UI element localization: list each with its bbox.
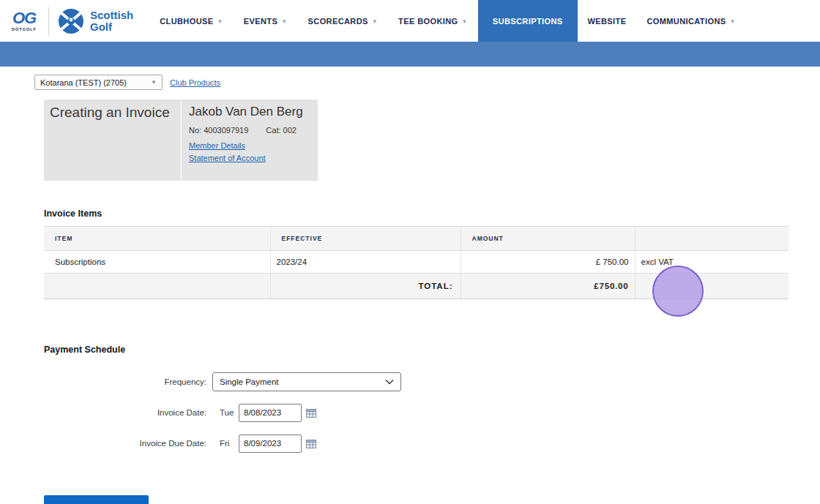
total-blank-cell [635, 274, 789, 299]
top-navigation-bar: OG DOTGOLF Scottish Golf CLUBHOUSE ▼ EVE… [0, 0, 820, 42]
invoice-date-row: Invoice Date: Tue [44, 403, 820, 422]
invoice-date-label: Invoice Date: [44, 408, 206, 417]
dotgolf-logo-mark: OG [9, 10, 40, 26]
dotgolf-logo: OG DOTGOLF [9, 10, 40, 32]
invoice-due-date-row: Invoice Due Date: Fri [44, 434, 820, 453]
member-details-link[interactable]: Member Details [189, 140, 245, 152]
calendar-icon[interactable] [306, 408, 316, 418]
table-row: Subscriptions 2023/24 £ 750.00 excl VAT [44, 251, 789, 274]
invoice-due-date-input[interactable] [239, 435, 302, 453]
invoice-items-heading: Invoice Items [44, 208, 820, 219]
member-category: Cat: 002 [266, 126, 297, 135]
blue-sub-header-band [0, 42, 820, 67]
brand-divider [48, 7, 49, 35]
member-meta: No: 4003097919 Cat: 002 [189, 126, 310, 135]
scottish-golf-roundel-icon [58, 8, 84, 34]
page-title-box: Creating an Invoice [44, 99, 181, 181]
member-name: Jakob Van Den Berg [189, 105, 310, 119]
total-spacer-cell [44, 274, 270, 299]
chevron-down-icon: ▼ [462, 18, 468, 25]
nav-item-scorecards[interactable]: SCORECARDS ▼ [298, 0, 389, 42]
main-nav: CLUBHOUSE ▼ EVENTS ▼ SCORECARDS ▼ TEE BO… [149, 0, 746, 42]
amount-cell: £ 750.00 [461, 251, 635, 274]
nav-item-tee-booking[interactable]: TEE BOOKING ▼ [388, 0, 478, 42]
member-number: No: 4003097919 [189, 126, 248, 135]
member-summary-box: Jakob Van Den Berg No: 4003097919 Cat: 0… [182, 99, 318, 181]
frequency-label: Frequency: [44, 377, 206, 386]
total-value: £750.00 [461, 274, 635, 299]
chevron-down-icon: ▼ [729, 18, 735, 25]
calendar-icon[interactable] [306, 439, 316, 448]
column-header-amount: AMOUNT [461, 227, 635, 251]
invoice-date-day: Tue [220, 408, 239, 417]
chevron-down-icon: ▼ [281, 18, 287, 25]
club-products-link[interactable]: Club Products [170, 78, 220, 87]
create-invoice-button[interactable]: CREATE INVOICE [44, 495, 149, 504]
scottish-golf-logo: Scottish Golf [58, 8, 133, 34]
frequency-row: Frequency: Single Payment [44, 372, 820, 391]
chevron-down-icon: ▼ [372, 18, 378, 25]
nav-item-clubhouse[interactable]: CLUBHOUSE ▼ [149, 0, 234, 42]
club-select[interactable]: Kotarana (TEST) (2705) ▼ [34, 75, 163, 90]
scottish-golf-wordmark: Scottish Golf [90, 10, 133, 32]
item-cell: Subscriptions [44, 251, 270, 274]
column-header-blank [635, 227, 789, 251]
club-toolbar: Kotarana (TEST) (2705) ▼ Club Products [34, 75, 820, 90]
nav-item-events[interactable]: EVENTS ▼ [234, 0, 298, 42]
nav-item-website[interactable]: WEBSITE [578, 0, 637, 42]
vat-cell: excl VAT [635, 251, 789, 274]
column-header-effective: EFFECTIVE [270, 227, 461, 251]
invoice-due-date-label: Invoice Due Date: [44, 439, 206, 448]
select-chevron-icon [385, 379, 394, 385]
chevron-down-icon: ▼ [217, 18, 223, 25]
page-title: Creating an Invoice [50, 105, 170, 120]
table-header-row: ITEM EFFECTIVE AMOUNT [44, 227, 789, 251]
invoice-header: Creating an Invoice Jakob Van Den Berg N… [44, 99, 820, 181]
statement-of-account-link[interactable]: Statement of Account [189, 152, 266, 165]
total-row: TOTAL: £750.00 [44, 274, 789, 299]
effective-cell: 2023/24 [270, 251, 461, 274]
payment-schedule-heading: Payment Schedule [44, 345, 820, 355]
dotgolf-logo-text: DOTGOLF [9, 28, 40, 32]
invoice-due-date-day: Fri [220, 439, 239, 448]
frequency-select[interactable]: Single Payment [212, 372, 401, 391]
invoice-items-table: ITEM EFFECTIVE AMOUNT Subscriptions 2023… [44, 226, 789, 299]
column-header-item: ITEM [44, 227, 270, 251]
nav-item-subscriptions[interactable]: SUBSCRIPTIONS [478, 0, 578, 42]
total-label: TOTAL: [270, 274, 461, 299]
dropdown-arrow-icon: ▼ [151, 79, 157, 86]
nav-item-communications[interactable]: COMMUNICATIONS ▼ [636, 0, 745, 42]
brand-area: OG DOTGOLF Scottish Golf [0, 0, 133, 42]
invoice-date-input[interactable] [239, 404, 302, 422]
